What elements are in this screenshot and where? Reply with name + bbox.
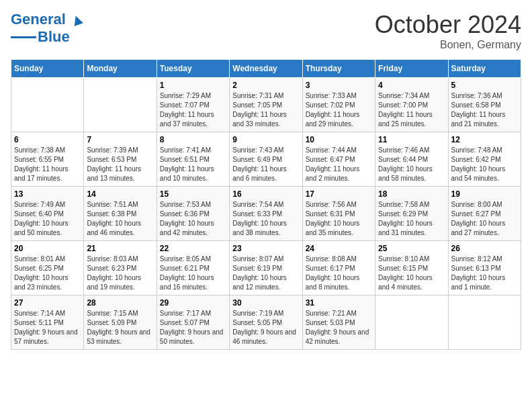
day-number: 11 <box>378 135 445 144</box>
day-info: Sunrise: 7:56 AMSunset: 6:31 PMDaylight:… <box>306 200 372 238</box>
day-info: Sunrise: 8:00 AMSunset: 6:27 PMDaylight:… <box>451 200 518 238</box>
weekday-header-wednesday: Wednesday <box>230 60 302 78</box>
logo: General Blue <box>11 11 83 46</box>
day-cell: 30Sunrise: 7:19 AMSunset: 5:05 PMDayligh… <box>230 295 302 350</box>
weekday-header-friday: Friday <box>375 60 448 78</box>
day-info: Sunrise: 8:08 AMSunset: 6:17 PMDaylight:… <box>306 255 372 292</box>
day-info: Sunrise: 8:12 AMSunset: 6:13 PMDaylight:… <box>451 255 518 292</box>
day-number: 24 <box>306 244 372 253</box>
logo-underline <box>11 36 36 38</box>
day-info: Sunrise: 7:31 AMSunset: 7:05 PMDaylight:… <box>232 91 299 129</box>
day-cell: 2Sunrise: 7:31 AMSunset: 7:05 PMDaylight… <box>230 78 302 132</box>
day-number: 14 <box>87 189 153 199</box>
day-number: 16 <box>232 189 299 199</box>
day-number: 6 <box>14 135 81 144</box>
day-info: Sunrise: 7:33 AMSunset: 7:02 PMDaylight:… <box>306 91 372 129</box>
weekday-header-thursday: Thursday <box>302 60 375 78</box>
day-info: Sunrise: 8:05 AMSunset: 6:21 PMDaylight:… <box>160 255 226 292</box>
day-cell: 3Sunrise: 7:33 AMSunset: 7:02 PMDaylight… <box>302 78 375 132</box>
day-number: 3 <box>306 81 372 90</box>
day-cell: 28Sunrise: 7:15 AMSunset: 5:09 PMDayligh… <box>84 295 157 350</box>
day-cell: 26Sunrise: 8:12 AMSunset: 6:13 PMDayligh… <box>448 241 521 295</box>
day-info: Sunrise: 7:54 AMSunset: 6:33 PMDaylight:… <box>232 200 299 238</box>
day-cell: 11Sunrise: 7:46 AMSunset: 6:44 PMDayligh… <box>375 132 448 187</box>
day-cell <box>84 78 157 132</box>
day-cell: 6Sunrise: 7:38 AMSunset: 6:55 PMDaylight… <box>11 132 84 187</box>
week-row-5: 27Sunrise: 7:14 AMSunset: 5:11 PMDayligh… <box>11 295 521 350</box>
day-cell: 5Sunrise: 7:36 AMSunset: 6:58 PMDaylight… <box>448 78 521 132</box>
day-cell: 29Sunrise: 7:17 AMSunset: 5:07 PMDayligh… <box>157 295 229 350</box>
day-cell: 21Sunrise: 8:03 AMSunset: 6:23 PMDayligh… <box>84 241 157 295</box>
week-row-3: 13Sunrise: 7:49 AMSunset: 6:40 PMDayligh… <box>11 187 521 241</box>
day-cell <box>448 295 521 350</box>
day-number: 19 <box>451 189 518 199</box>
calendar-table: SundayMondayTuesdayWednesdayThursdayFrid… <box>11 59 521 350</box>
week-row-2: 6Sunrise: 7:38 AMSunset: 6:55 PMDaylight… <box>11 132 521 187</box>
day-info: Sunrise: 7:46 AMSunset: 6:44 PMDaylight:… <box>378 146 445 183</box>
day-number: 29 <box>160 298 226 308</box>
title-block: October 2024 Bonen, Germany <box>375 11 521 51</box>
day-number: 28 <box>87 298 153 308</box>
day-number: 23 <box>232 244 299 253</box>
day-cell: 31Sunrise: 7:21 AMSunset: 5:03 PMDayligh… <box>302 295 375 350</box>
day-info: Sunrise: 7:43 AMSunset: 6:49 PMDaylight:… <box>232 146 299 183</box>
logo-blue: Blue <box>38 28 70 46</box>
day-cell: 13Sunrise: 7:49 AMSunset: 6:40 PMDayligh… <box>11 187 84 241</box>
day-info: Sunrise: 7:19 AMSunset: 5:05 PMDaylight:… <box>232 309 299 347</box>
day-info: Sunrise: 7:29 AMSunset: 7:07 PMDaylight:… <box>160 91 226 129</box>
day-info: Sunrise: 7:44 AMSunset: 6:47 PMDaylight:… <box>306 146 372 183</box>
day-number: 9 <box>232 135 299 144</box>
day-cell: 19Sunrise: 8:00 AMSunset: 6:27 PMDayligh… <box>448 187 521 241</box>
page-header: General Blue October 2024 Bonen, Germany <box>11 11 521 51</box>
day-cell: 7Sunrise: 7:39 AMSunset: 6:53 PMDaylight… <box>84 132 157 187</box>
day-cell: 20Sunrise: 8:01 AMSunset: 6:25 PMDayligh… <box>11 241 84 295</box>
day-number: 2 <box>232 81 299 90</box>
day-cell: 10Sunrise: 7:44 AMSunset: 6:47 PMDayligh… <box>302 132 375 187</box>
logo-text: General <box>11 11 83 28</box>
day-info: Sunrise: 7:41 AMSunset: 6:51 PMDaylight:… <box>160 146 226 183</box>
weekday-header-tuesday: Tuesday <box>157 60 229 78</box>
day-cell: 12Sunrise: 7:48 AMSunset: 6:42 PMDayligh… <box>448 132 521 187</box>
day-number: 26 <box>451 244 518 253</box>
day-cell: 23Sunrise: 8:07 AMSunset: 6:19 PMDayligh… <box>230 241 302 295</box>
day-info: Sunrise: 7:15 AMSunset: 5:09 PMDaylight:… <box>87 309 153 347</box>
month-title: October 2024 <box>375 11 521 39</box>
svg-marker-0 <box>71 14 83 26</box>
day-info: Sunrise: 8:01 AMSunset: 6:25 PMDaylight:… <box>14 255 81 292</box>
day-info: Sunrise: 7:58 AMSunset: 6:29 PMDaylight:… <box>378 200 445 238</box>
day-info: Sunrise: 7:53 AMSunset: 6:36 PMDaylight:… <box>160 200 226 238</box>
day-info: Sunrise: 7:51 AMSunset: 6:38 PMDaylight:… <box>87 200 153 238</box>
day-number: 31 <box>306 298 372 308</box>
day-info: Sunrise: 7:36 AMSunset: 6:58 PMDaylight:… <box>451 91 518 129</box>
day-cell: 9Sunrise: 7:43 AMSunset: 6:49 PMDaylight… <box>230 132 302 187</box>
week-row-1: 1Sunrise: 7:29 AMSunset: 7:07 PMDaylight… <box>11 78 521 132</box>
day-info: Sunrise: 8:03 AMSunset: 6:23 PMDaylight:… <box>87 255 153 292</box>
day-number: 8 <box>160 135 226 144</box>
day-cell: 16Sunrise: 7:54 AMSunset: 6:33 PMDayligh… <box>230 187 302 241</box>
day-cell <box>11 78 84 132</box>
day-number: 15 <box>160 189 226 199</box>
day-info: Sunrise: 8:07 AMSunset: 6:19 PMDaylight:… <box>232 255 299 292</box>
day-cell: 1Sunrise: 7:29 AMSunset: 7:07 PMDaylight… <box>157 78 229 132</box>
day-number: 25 <box>378 244 445 253</box>
day-number: 17 <box>306 189 372 199</box>
weekday-header-saturday: Saturday <box>448 60 521 78</box>
day-number: 22 <box>160 244 226 253</box>
day-cell <box>375 295 448 350</box>
day-number: 7 <box>87 135 153 144</box>
day-number: 20 <box>14 244 81 253</box>
day-number: 12 <box>451 135 518 144</box>
weekday-header-row: SundayMondayTuesdayWednesdayThursdayFrid… <box>11 60 521 78</box>
day-cell: 4Sunrise: 7:34 AMSunset: 7:00 PMDaylight… <box>375 78 448 132</box>
day-cell: 15Sunrise: 7:53 AMSunset: 6:36 PMDayligh… <box>157 187 229 241</box>
day-info: Sunrise: 7:21 AMSunset: 5:03 PMDaylight:… <box>306 309 372 347</box>
day-number: 21 <box>87 244 153 253</box>
day-info: Sunrise: 8:10 AMSunset: 6:15 PMDaylight:… <box>378 255 445 292</box>
day-info: Sunrise: 7:48 AMSunset: 6:42 PMDaylight:… <box>451 146 518 183</box>
weekday-header-sunday: Sunday <box>11 60 84 78</box>
day-cell: 25Sunrise: 8:10 AMSunset: 6:15 PMDayligh… <box>375 241 448 295</box>
day-number: 5 <box>451 81 518 90</box>
day-cell: 18Sunrise: 7:58 AMSunset: 6:29 PMDayligh… <box>375 187 448 241</box>
day-number: 1 <box>160 81 226 90</box>
day-number: 27 <box>14 298 81 308</box>
